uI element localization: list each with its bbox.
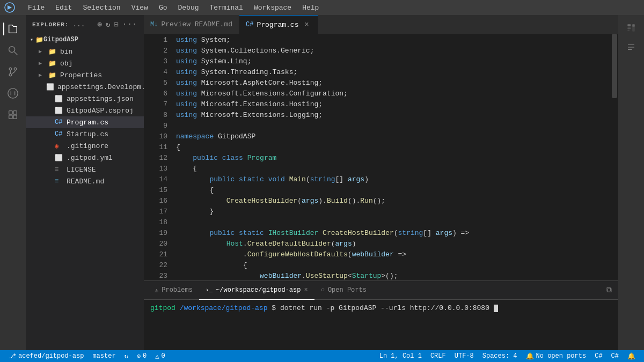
status-encoding[interactable]: UTF-8: [450, 350, 478, 362]
menu-help[interactable]: Help: [298, 3, 323, 13]
code-line: using System.Collections.Generic;: [172, 46, 611, 56]
file-appsettings[interactable]: ⬜ appsettings.json: [26, 93, 144, 105]
tab-label: Preview README.md: [161, 20, 232, 28]
tab-open-ports[interactable]: ○ Open Ports: [314, 281, 373, 300]
status-git-branch[interactable]: ⎇ acefed/gitpod-asp: [4, 350, 88, 362]
sidebar-actions: ⊕ ↻ ⊟ ···: [97, 20, 137, 29]
status-notifications[interactable]: 🔔: [623, 350, 640, 362]
editor-content[interactable]: 12345 678910 1112131415 1617181920 21222…: [144, 34, 618, 280]
menu-view[interactable]: View: [127, 3, 152, 13]
status-position[interactable]: Ln 1, Col 1: [375, 350, 426, 362]
outline-icon[interactable]: [623, 39, 640, 56]
file-label: .gitpod.yml: [67, 154, 113, 162]
status-warnings[interactable]: △ 0: [151, 350, 169, 362]
code-line: CreateHostBuilder(args).Build().Run();: [172, 196, 611, 206]
activity-run[interactable]: [3, 84, 23, 103]
status-text: 0: [162, 352, 165, 360]
activity-search[interactable]: [3, 41, 23, 60]
tab-program-cs[interactable]: C# Program.cs ×: [239, 15, 318, 34]
tab-label: Problems: [162, 286, 193, 294]
svg-point-3: [9, 68, 12, 70]
sidebar-header: EXPLORER: ... ⊕ ↻ ⊟ ···: [26, 15, 144, 34]
folder-obj[interactable]: ▶ 📁 obj: [26, 57, 144, 69]
code-line: using Microsoft.AspNetCore.Hosting;: [172, 78, 611, 88]
code-line: using Microsoft.Extensions.Configuration…: [172, 88, 611, 99]
activity-explorer[interactable]: [3, 19, 23, 39]
chevron-down-icon: ▾: [30, 36, 33, 43]
minimap-icon[interactable]: [623, 19, 640, 36]
triangle-icon: △: [155, 352, 159, 360]
chevron-right-icon: ▶: [39, 72, 47, 78]
svg-rect-11: [13, 115, 17, 119]
collapse-icon[interactable]: ⊟: [114, 20, 119, 29]
tab-readme-preview[interactable]: M↓ Preview README.md: [144, 15, 239, 34]
status-eol[interactable]: CRLF: [426, 350, 450, 362]
file-license[interactable]: ≡ LICENSE: [26, 164, 144, 175]
terminal-panel: ⚠ Problems ›_ ~/workspace/gitpod-asp × ○…: [144, 280, 618, 350]
editor-area: M↓ Preview README.md C# Program.cs × 123…: [144, 15, 618, 280]
terminal-cursor: [494, 305, 498, 312]
status-sync[interactable]: ↻: [120, 350, 133, 362]
status-indentation[interactable]: Spaces: 4: [478, 350, 522, 362]
chevron-right-icon: ▶: [39, 48, 47, 55]
file-csproj[interactable]: ⬜ GitpodASP.csproj: [26, 105, 144, 116]
md-tab-icon: M↓: [150, 21, 158, 28]
tab-terminal[interactable]: ›_ ~/workspace/gitpod-asp ×: [199, 281, 314, 300]
sidebar-title: EXPLORER: ...: [32, 21, 85, 28]
activity-extensions[interactable]: [3, 105, 23, 124]
json-icon: ⬜: [55, 95, 63, 103]
code-line: [172, 217, 611, 228]
terminal-content[interactable]: gitpod /workspace/gitpod-asp $ dotnet ru…: [144, 300, 618, 350]
refresh-icon[interactable]: ↻: [106, 20, 111, 29]
file-readme[interactable]: ≡ README.md: [26, 175, 144, 187]
code-editor[interactable]: using System; using System.Collections.G…: [172, 34, 611, 280]
ports-icon: ○: [321, 286, 325, 294]
status-branch-name[interactable]: master: [88, 350, 120, 362]
menu-workspace[interactable]: Workspace: [250, 3, 296, 13]
tab-problems[interactable]: ⚠ Problems: [148, 281, 199, 300]
file-label: Program.cs: [67, 119, 108, 127]
svg-rect-9: [13, 111, 17, 114]
file-gitignore[interactable]: ◉ .gitignore: [26, 140, 144, 152]
yml-icon: ⬜: [55, 154, 63, 162]
chevron-right-icon: ▶: [39, 60, 47, 67]
file-appsettings-dev[interactable]: ⬜ appsettings.Developm...: [26, 81, 144, 93]
code-line: Host.CreateDefaultBuilder(args): [172, 239, 611, 249]
menu-debug[interactable]: Debug: [173, 3, 203, 13]
status-text: C#: [595, 352, 602, 360]
menu-terminal[interactable]: Terminal: [206, 3, 247, 13]
folder-properties[interactable]: ▶ 📁 Properties: [26, 69, 144, 81]
menu-file[interactable]: File: [24, 3, 49, 13]
folder-bin[interactable]: ▶ 📁 bin: [26, 46, 144, 57]
file-label: appsettings.Developm...: [57, 83, 144, 91]
activity-source-control[interactable]: [3, 62, 23, 82]
status-language-icon[interactable]: C#: [590, 350, 606, 362]
menu-go[interactable]: Go: [155, 3, 172, 13]
main-layout: EXPLORER: ... ⊕ ↻ ⊟ ··· ▾ 📁 GitpodASP ▶ …: [0, 15, 644, 350]
file-gitpod-yml[interactable]: ⬜ .gitpod.yml: [26, 152, 144, 164]
cs-icon: C#: [55, 130, 63, 138]
svg-rect-10: [9, 115, 12, 119]
new-file-icon[interactable]: ⊕: [97, 20, 102, 29]
root-folder[interactable]: ▾ 📁 GitpodASP: [26, 34, 144, 46]
file-tree: ▾ 📁 GitpodASP ▶ 📁 bin ▶ 📁 obj ▶ 📁 Proper…: [26, 34, 144, 350]
file-startup-cs[interactable]: C# Startup.cs: [26, 128, 144, 140]
svg-point-1: [9, 47, 15, 53]
tab-close-button[interactable]: ×: [304, 286, 308, 294]
status-errors[interactable]: ⊙ 0: [133, 350, 151, 362]
file-program-cs[interactable]: C# Program.cs: [26, 116, 144, 128]
tab-close-button[interactable]: ×: [302, 20, 311, 29]
maximize-panel-icon[interactable]: ⧉: [604, 284, 614, 297]
status-text: acefed/gitpod-asp: [18, 352, 84, 360]
more-icon[interactable]: ···: [122, 20, 137, 29]
status-ports[interactable]: 🔔 No open ports: [522, 350, 591, 362]
status-language[interactable]: C#: [607, 350, 623, 362]
editor-scrollbar[interactable]: [611, 34, 618, 280]
status-text: UTF-8: [455, 352, 474, 360]
code-line: public static void Main(string[] args): [172, 174, 611, 185]
menu-selection[interactable]: Selection: [78, 3, 125, 13]
menu-edit[interactable]: Edit: [51, 3, 76, 13]
cs-icon: C#: [55, 119, 63, 126]
status-bar: ⎇ acefed/gitpod-asp master ↻ ⊙ 0 △ 0 Ln …: [0, 350, 644, 362]
file-label: appsettings.json: [67, 95, 134, 103]
